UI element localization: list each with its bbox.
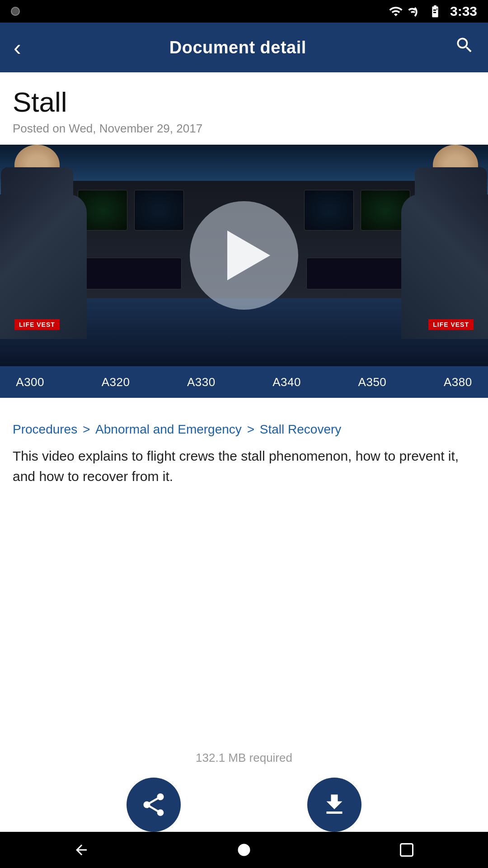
screen-6 <box>306 258 410 289</box>
aircraft-a350: A350 <box>358 375 387 389</box>
download-button[interactable] <box>307 778 361 832</box>
download-icon <box>321 791 348 818</box>
seat-left <box>0 194 87 339</box>
document-date: Posted on Wed, November 29, 2017 <box>13 122 475 136</box>
video-background: LIFE VEST LIFE VEST <box>0 145 488 366</box>
video-thumbnail[interactable]: LIFE VEST LIFE VEST <box>0 145 488 366</box>
breadcrumb-sep-1: > <box>83 422 94 436</box>
aircraft-a380: A380 <box>444 375 472 389</box>
status-bar: 3:33 <box>0 0 488 23</box>
aircraft-type-bar: A300 A320 A330 A340 A350 A380 <box>0 366 488 398</box>
file-size-label: 132.1 MB required <box>196 751 292 765</box>
breadcrumb-stall-recovery[interactable]: Stall Recovery <box>260 422 342 436</box>
nav-back-button[interactable] <box>73 842 89 858</box>
nav-bar <box>0 832 488 868</box>
share-button[interactable] <box>127 778 181 832</box>
content-area: Stall Posted on Wed, November 29, 2017 <box>0 72 488 136</box>
signal-icon <box>408 4 422 19</box>
share-icon <box>140 791 167 818</box>
screen-2 <box>134 190 184 231</box>
aircraft-a320: A320 <box>102 375 130 389</box>
status-bar-left <box>11 7 20 16</box>
back-button[interactable]: ‹ <box>14 34 21 61</box>
nav-recents-button[interactable] <box>399 842 415 858</box>
page-title: Document detail <box>169 38 306 57</box>
breadcrumb-procedures[interactable]: Procedures <box>13 422 77 436</box>
play-triangle-icon <box>227 231 270 280</box>
battery-icon <box>427 4 444 19</box>
screen-3 <box>304 190 354 231</box>
wifi-icon <box>389 4 403 19</box>
app-bar: ‹ Document detail <box>0 23 488 72</box>
aircraft-a340: A340 <box>272 375 301 389</box>
document-title: Stall <box>13 86 475 118</box>
camera-icon <box>11 7 20 16</box>
aircraft-a300: A300 <box>16 375 44 389</box>
status-bar-right: 3:33 <box>389 4 477 19</box>
nav-home-button[interactable] <box>236 842 252 858</box>
aircraft-a330: A330 <box>187 375 216 389</box>
svg-rect-1 <box>401 844 413 856</box>
time-display: 3:33 <box>450 4 477 19</box>
screen-5 <box>78 258 182 289</box>
breadcrumb-sep-2: > <box>247 422 258 436</box>
life-vest-left-label: LIFE VEST <box>14 319 60 330</box>
search-button[interactable] <box>455 35 474 60</box>
breadcrumb-abnormal[interactable]: Abnormal and Emergency <box>95 422 242 436</box>
action-buttons <box>127 778 361 832</box>
breadcrumb[interactable]: Procedures > Abnormal and Emergency > St… <box>13 422 475 437</box>
description-area: Procedures > Abnormal and Emergency > St… <box>0 398 488 486</box>
life-vest-right-label: LIFE VEST <box>428 319 474 330</box>
seat-right <box>401 194 488 339</box>
bottom-action-area: 132.1 MB required <box>0 751 488 832</box>
play-button[interactable] <box>190 201 298 310</box>
svg-point-0 <box>238 844 250 856</box>
document-description: This video explains to flight crews the … <box>13 446 475 486</box>
